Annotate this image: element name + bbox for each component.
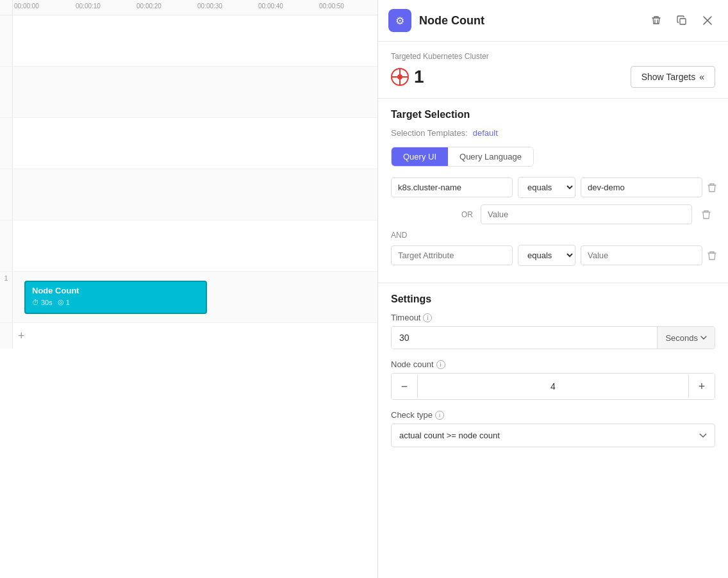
query-row-1: equals not equals contains not contains — [391, 177, 715, 198]
or-value-input[interactable] — [481, 204, 692, 224]
tab-query-language[interactable]: Query Language — [448, 147, 533, 166]
node-count-info-icon[interactable]: i — [436, 360, 445, 369]
tick-3: 00:00:30 — [197, 3, 222, 10]
and-attribute-input[interactable] — [391, 245, 513, 265]
settings-title: Settings — [391, 293, 715, 305]
query-row-and: equals not equals contains — [391, 245, 715, 266]
timeline-row-node-count: 1 Node Count ⏱ 30s ◎ 1 — [0, 272, 377, 323]
tab-query-ui[interactable]: Query UI — [392, 147, 448, 166]
or-label: OR — [461, 210, 473, 219]
timeline-row-empty-5 — [0, 220, 377, 272]
and-value-input[interactable] — [581, 245, 702, 265]
add-row-button[interactable]: + — [18, 329, 25, 343]
node-count-value: 4 — [417, 375, 689, 398]
node-count-block[interactable]: Node Count ⏱ 30s ◎ 1 — [24, 281, 207, 314]
tab-group: Query UI Query Language — [391, 147, 534, 167]
timeout-unit-selector[interactable]: Seconds — [657, 327, 715, 349]
templates-value[interactable]: default — [473, 128, 498, 138]
tick-4: 00:00:40 — [258, 3, 283, 10]
node-count-row: − 4 + — [391, 373, 715, 400]
right-panel: ⚙ Targeted Kubernetes Clus — [378, 0, 728, 578]
and-operator-select[interactable]: equals not equals contains — [518, 245, 575, 266]
timeline-row-empty-4 — [0, 169, 377, 220]
tick-0: 00:00:00 — [14, 3, 39, 10]
node-count-field: Node count i − 4 + — [391, 359, 715, 400]
templates-label: Selection Templates: — [391, 128, 468, 138]
or-delete[interactable] — [697, 206, 715, 224]
timeline-row-empty-3 — [0, 118, 377, 169]
clock-icon: ⏱ — [32, 299, 39, 306]
show-targets-label: Show Targets — [641, 72, 696, 82]
target-section: Targeted Kubernetes Cluster 1 Show Targe… — [378, 42, 728, 99]
settings-section: Settings Timeout i Seconds Node count — [378, 283, 728, 468]
timeout-info-icon[interactable]: i — [423, 313, 432, 322]
crosshair-icon — [391, 68, 409, 86]
panel-gear-icon: ⚙ — [388, 9, 411, 32]
close-button[interactable] — [697, 10, 718, 31]
timeline-row-empty-1 — [0, 15, 377, 67]
target-selection-title: Target Selection — [391, 109, 715, 120]
timeline-panel: 00:00:00 00:00:10 00:00:20 00:00:30 00:0… — [0, 0, 378, 578]
timeout-row: Seconds — [391, 326, 715, 349]
check-type-field: Check type i actual count >= node count … — [391, 410, 715, 447]
panel-title-input[interactable] — [419, 14, 638, 28]
add-row: + — [0, 323, 377, 349]
timeline-ticks: 00:00:00 00:00:10 00:00:20 00:00:30 00:0… — [13, 0, 377, 15]
and-label: AND — [391, 231, 407, 240]
delete-button[interactable] — [646, 10, 666, 31]
check-type-select[interactable]: actual count >= node count actual count … — [391, 424, 715, 447]
block-duration: ⏱ 30s — [32, 299, 53, 306]
check-type-label: Check type i — [391, 410, 715, 420]
timeout-field: Timeout i Seconds — [391, 313, 715, 349]
block-meta: ⏱ 30s ◎ 1 — [32, 298, 199, 306]
svg-rect-0 — [680, 19, 686, 24]
timeline-rows: 1 Node Count ⏱ 30s ◎ 1 — [0, 15, 377, 349]
target-icon-small: ◎ — [58, 298, 64, 306]
query-attribute-1[interactable] — [391, 178, 513, 197]
timeout-input[interactable] — [392, 327, 657, 349]
tick-5: 00:00:50 — [319, 3, 344, 10]
tick-2: 00:00:20 — [136, 3, 161, 10]
query-delete-1[interactable] — [707, 179, 716, 197]
timeline-label-col — [0, 0, 13, 15]
node-count-plus-button[interactable]: + — [689, 374, 715, 399]
and-divider: AND — [391, 231, 715, 240]
target-number: 1 — [414, 67, 424, 87]
templates-row: Selection Templates: default — [391, 128, 715, 138]
timeline-row-empty-2 — [0, 67, 377, 118]
target-label: Targeted Kubernetes Cluster — [391, 52, 715, 61]
chevron-left-icon: « — [699, 72, 704, 82]
target-row: 1 Show Targets « — [391, 66, 715, 88]
timeout-label: Timeout i — [391, 313, 715, 322]
query-value-1[interactable] — [581, 178, 702, 197]
tick-1: 00:00:10 — [76, 3, 101, 10]
panel-actions — [646, 10, 718, 31]
target-count: 1 — [391, 67, 424, 87]
query-operator-1[interactable]: equals not equals contains not contains — [518, 177, 575, 198]
check-type-info-icon[interactable]: i — [435, 411, 444, 420]
show-targets-button[interactable]: Show Targets « — [631, 66, 715, 88]
panel-header: ⚙ — [378, 0, 728, 42]
block-title: Node Count — [32, 286, 199, 295]
crosshair-center — [397, 74, 402, 79]
node-count-label: Node count i — [391, 359, 715, 369]
timeline-header: 00:00:00 00:00:10 00:00:20 00:00:30 00:0… — [0, 0, 377, 15]
block-targets: ◎ 1 — [58, 298, 70, 306]
node-count-minus-button[interactable]: − — [392, 374, 417, 399]
or-row: OR — [461, 204, 715, 224]
and-delete[interactable] — [707, 247, 716, 265]
copy-button[interactable] — [672, 10, 692, 31]
target-selection-section: Target Selection Selection Templates: de… — [378, 99, 728, 283]
